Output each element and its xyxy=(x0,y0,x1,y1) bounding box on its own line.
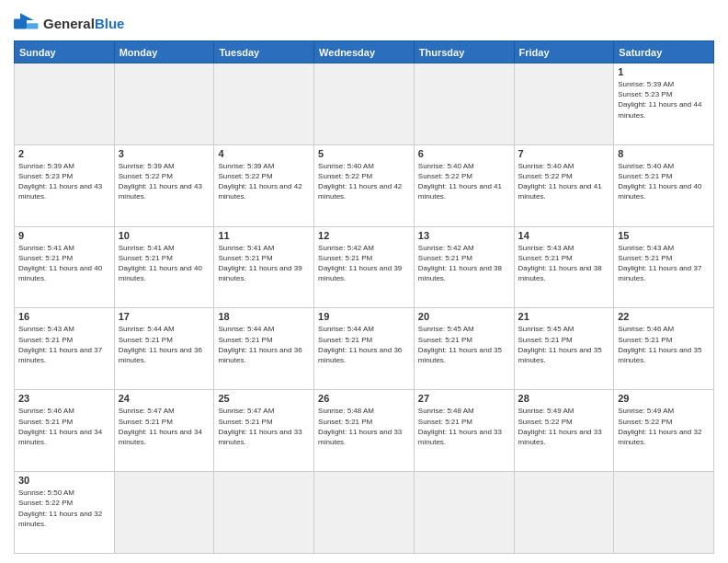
day-number: 24 xyxy=(119,393,210,404)
header-sunday: Sunday xyxy=(15,41,115,63)
day-number: 6 xyxy=(418,148,510,159)
day-info: Sunrise: 5:48 AMSunset: 5:21 PMDaylight:… xyxy=(418,406,510,447)
day-number: 14 xyxy=(518,230,610,241)
table-row: 5Sunrise: 5:40 AMSunset: 5:22 PMDaylight… xyxy=(314,144,415,226)
day-info: Sunrise: 5:40 AMSunset: 5:22 PMDaylight:… xyxy=(518,161,610,202)
day-number: 30 xyxy=(18,475,110,486)
day-info: Sunrise: 5:44 AMSunset: 5:21 PMDaylight:… xyxy=(218,324,310,365)
table-row xyxy=(514,63,614,145)
table-row: 3Sunrise: 5:39 AMSunset: 5:22 PMDaylight… xyxy=(114,144,214,226)
day-info: Sunrise: 5:49 AMSunset: 5:22 PMDaylight:… xyxy=(518,406,610,447)
table-row: 18Sunrise: 5:44 AMSunset: 5:21 PMDayligh… xyxy=(214,308,314,390)
day-number: 1 xyxy=(618,66,710,77)
day-info: Sunrise: 5:43 AMSunset: 5:21 PMDaylight:… xyxy=(518,243,610,284)
day-number: 26 xyxy=(318,393,410,404)
day-info: Sunrise: 5:47 AMSunset: 5:21 PMDaylight:… xyxy=(119,406,210,447)
day-info: Sunrise: 5:47 AMSunset: 5:21 PMDaylight:… xyxy=(218,406,310,447)
svg-marker-1 xyxy=(20,13,34,20)
table-row: 4Sunrise: 5:39 AMSunset: 5:22 PMDaylight… xyxy=(214,144,314,226)
table-row xyxy=(114,472,214,554)
table-row xyxy=(614,472,714,554)
day-number: 9 xyxy=(18,230,110,241)
table-row: 7Sunrise: 5:40 AMSunset: 5:22 PMDaylight… xyxy=(514,144,614,226)
day-number: 22 xyxy=(618,311,710,322)
table-row xyxy=(314,63,415,145)
day-number: 19 xyxy=(318,311,410,322)
table-row xyxy=(314,472,415,554)
day-number: 8 xyxy=(618,148,710,159)
logo: GeneralBlue xyxy=(14,9,124,35)
day-number: 3 xyxy=(119,148,210,159)
table-row xyxy=(514,472,614,554)
day-number: 21 xyxy=(518,311,610,322)
day-number: 29 xyxy=(618,393,710,404)
table-row: 15Sunrise: 5:43 AMSunset: 5:21 PMDayligh… xyxy=(614,226,714,308)
day-info: Sunrise: 5:40 AMSunset: 5:22 PMDaylight:… xyxy=(418,161,510,202)
table-row: 20Sunrise: 5:45 AMSunset: 5:21 PMDayligh… xyxy=(414,308,514,390)
day-info: Sunrise: 5:39 AMSunset: 5:23 PMDaylight:… xyxy=(18,161,110,202)
table-row: 10Sunrise: 5:41 AMSunset: 5:21 PMDayligh… xyxy=(114,226,214,308)
calendar-row-4: 23Sunrise: 5:46 AMSunset: 5:21 PMDayligh… xyxy=(15,390,714,472)
day-info: Sunrise: 5:40 AMSunset: 5:22 PMDaylight:… xyxy=(318,161,410,202)
weekday-header-row: Sunday Monday Tuesday Wednesday Thursday… xyxy=(15,41,714,63)
day-info: Sunrise: 5:41 AMSunset: 5:21 PMDaylight:… xyxy=(119,243,210,284)
day-info: Sunrise: 5:39 AMSunset: 5:22 PMDaylight:… xyxy=(119,161,210,202)
table-row: 25Sunrise: 5:47 AMSunset: 5:21 PMDayligh… xyxy=(214,390,314,472)
day-info: Sunrise: 5:45 AMSunset: 5:21 PMDaylight:… xyxy=(518,324,610,365)
day-number: 4 xyxy=(218,148,310,159)
day-info: Sunrise: 5:46 AMSunset: 5:21 PMDaylight:… xyxy=(18,406,110,447)
day-info: Sunrise: 5:50 AMSunset: 5:22 PMDaylight:… xyxy=(18,488,110,529)
table-row xyxy=(114,63,214,145)
table-row: 27Sunrise: 5:48 AMSunset: 5:21 PMDayligh… xyxy=(414,390,514,472)
calendar-row-0: 1Sunrise: 5:39 AMSunset: 5:23 PMDaylight… xyxy=(15,63,714,145)
header: GeneralBlue xyxy=(14,9,714,35)
day-number: 10 xyxy=(119,230,210,241)
day-info: Sunrise: 5:41 AMSunset: 5:21 PMDaylight:… xyxy=(18,243,110,284)
day-info: Sunrise: 5:48 AMSunset: 5:21 PMDaylight:… xyxy=(318,406,410,447)
table-row: 14Sunrise: 5:43 AMSunset: 5:21 PMDayligh… xyxy=(514,226,614,308)
calendar-row-1: 2Sunrise: 5:39 AMSunset: 5:23 PMDaylight… xyxy=(15,144,714,226)
table-row: 16Sunrise: 5:43 AMSunset: 5:21 PMDayligh… xyxy=(15,308,115,390)
calendar-row-5: 30Sunrise: 5:50 AMSunset: 5:22 PMDayligh… xyxy=(15,472,714,554)
header-wednesday: Wednesday xyxy=(314,41,415,63)
calendar-table: Sunday Monday Tuesday Wednesday Thursday… xyxy=(14,40,714,554)
day-info: Sunrise: 5:43 AMSunset: 5:21 PMDaylight:… xyxy=(18,324,110,365)
header-thursday: Thursday xyxy=(414,41,514,63)
day-number: 23 xyxy=(18,393,110,404)
day-number: 18 xyxy=(218,311,310,322)
table-row xyxy=(214,472,314,554)
table-row: 30Sunrise: 5:50 AMSunset: 5:22 PMDayligh… xyxy=(15,472,115,554)
day-number: 27 xyxy=(418,393,510,404)
calendar-row-3: 16Sunrise: 5:43 AMSunset: 5:21 PMDayligh… xyxy=(15,308,714,390)
day-number: 13 xyxy=(418,230,510,241)
table-row xyxy=(414,472,514,554)
day-number: 2 xyxy=(18,148,110,159)
day-info: Sunrise: 5:39 AMSunset: 5:22 PMDaylight:… xyxy=(218,161,310,202)
table-row: 2Sunrise: 5:39 AMSunset: 5:23 PMDaylight… xyxy=(15,144,115,226)
table-row: 28Sunrise: 5:49 AMSunset: 5:22 PMDayligh… xyxy=(514,390,614,472)
table-row: 23Sunrise: 5:46 AMSunset: 5:21 PMDayligh… xyxy=(15,390,115,472)
day-info: Sunrise: 5:42 AMSunset: 5:21 PMDaylight:… xyxy=(418,243,510,284)
day-number: 25 xyxy=(218,393,310,404)
table-row: 9Sunrise: 5:41 AMSunset: 5:21 PMDaylight… xyxy=(15,226,115,308)
svg-rect-2 xyxy=(27,23,38,29)
day-number: 12 xyxy=(318,230,410,241)
table-row xyxy=(214,63,314,145)
day-number: 28 xyxy=(518,393,610,404)
day-number: 11 xyxy=(218,230,310,241)
table-row: 24Sunrise: 5:47 AMSunset: 5:21 PMDayligh… xyxy=(114,390,214,472)
header-friday: Friday xyxy=(514,41,614,63)
header-monday: Monday xyxy=(114,41,214,63)
day-info: Sunrise: 5:41 AMSunset: 5:21 PMDaylight:… xyxy=(218,243,310,284)
logo-text: GeneralBlue xyxy=(43,16,124,32)
page: GeneralBlue Sunday Monday Tuesday Wednes… xyxy=(0,0,728,563)
table-row xyxy=(414,63,514,145)
table-row: 6Sunrise: 5:40 AMSunset: 5:22 PMDaylight… xyxy=(414,144,514,226)
day-info: Sunrise: 5:45 AMSunset: 5:21 PMDaylight:… xyxy=(418,324,510,365)
day-info: Sunrise: 5:40 AMSunset: 5:21 PMDaylight:… xyxy=(618,161,710,202)
table-row: 13Sunrise: 5:42 AMSunset: 5:21 PMDayligh… xyxy=(414,226,514,308)
day-number: 16 xyxy=(18,311,110,322)
table-row: 19Sunrise: 5:44 AMSunset: 5:21 PMDayligh… xyxy=(314,308,415,390)
table-row: 1Sunrise: 5:39 AMSunset: 5:23 PMDaylight… xyxy=(614,63,714,145)
day-number: 5 xyxy=(318,148,410,159)
